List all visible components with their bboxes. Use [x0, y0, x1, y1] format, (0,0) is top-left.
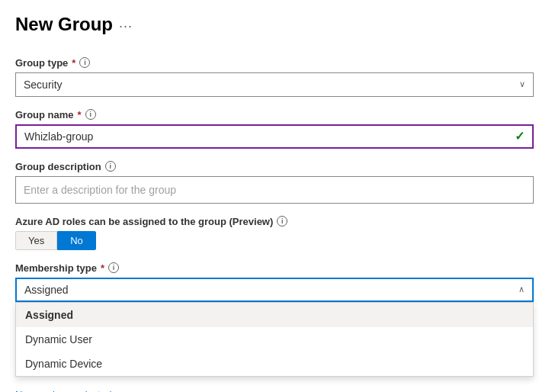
membership-dropdown-menu: Assigned Dynamic User Dynamic Device — [15, 302, 534, 377]
dropdown-item-assigned[interactable]: Assigned — [16, 303, 533, 327]
membership-type-section: Membership type * i Assigned ∧ Assigned … — [15, 262, 537, 377]
no-members-text: No members selected — [15, 389, 537, 392]
group-type-section: Group type * i Security ∨ — [15, 57, 537, 97]
dropdown-item-dynamic-device[interactable]: Dynamic Device — [16, 352, 533, 376]
check-icon: ✓ — [515, 129, 525, 143]
group-type-value: Security — [24, 79, 63, 91]
group-name-value: Whizlab-group — [24, 130, 93, 143]
group-type-label: Group type * i — [15, 57, 537, 69]
page-container: New Group ··· Group type * i Security ∨ … — [0, 0, 552, 392]
group-name-section: Group name * i Whizlab-group ✓ — [15, 109, 537, 149]
group-name-label-text: Group name — [15, 109, 74, 120]
group-description-label-text: Group description — [15, 161, 101, 172]
required-star-membership: * — [101, 262, 104, 274]
membership-chevron-up-icon: ∧ — [518, 284, 525, 294]
membership-type-label: Membership type * i — [15, 262, 537, 274]
group-name-input[interactable]: Whizlab-group ✓ — [15, 124, 534, 149]
group-description-section: Group description i Enter a description … — [15, 161, 537, 204]
membership-type-info-icon[interactable]: i — [108, 262, 119, 273]
dropdown-item-dynamic-user[interactable]: Dynamic User — [16, 327, 533, 352]
group-name-info-icon[interactable]: i — [85, 109, 96, 120]
page-title: New Group — [15, 14, 113, 36]
group-type-info-icon[interactable]: i — [79, 57, 90, 68]
more-options-icon[interactable]: ··· — [119, 18, 133, 34]
group-description-info-icon[interactable]: i — [105, 161, 116, 172]
group-type-chevron-down-icon: ∨ — [519, 79, 525, 89]
required-star-name: * — [78, 109, 82, 120]
azure-ad-info-icon[interactable]: i — [277, 216, 287, 227]
group-type-select[interactable]: Security ∨ — [15, 72, 534, 97]
group-description-placeholder: Enter a description for the group — [24, 184, 176, 196]
required-star: * — [72, 57, 75, 69]
azure-ad-roles-label-text: Azure AD roles can be assigned to the gr… — [15, 216, 273, 227]
toggle-container: Yes No — [15, 231, 537, 250]
toggle-no-button[interactable]: No — [57, 231, 96, 250]
toggle-yes-button[interactable]: Yes — [15, 231, 57, 250]
group-name-label: Group name * i — [15, 109, 537, 120]
group-description-input[interactable]: Enter a description for the group — [15, 176, 534, 204]
group-description-label: Group description i — [15, 161, 537, 172]
group-type-label-text: Group type — [15, 57, 68, 69]
membership-type-select[interactable]: Assigned ∧ — [15, 278, 534, 302]
page-header: New Group ··· — [15, 14, 537, 36]
azure-ad-roles-label: Azure AD roles can be assigned to the gr… — [15, 216, 537, 227]
membership-type-label-text: Membership type — [15, 262, 97, 274]
membership-type-value: Assigned — [24, 284, 69, 296]
azure-ad-roles-section: Azure AD roles can be assigned to the gr… — [15, 216, 537, 250]
